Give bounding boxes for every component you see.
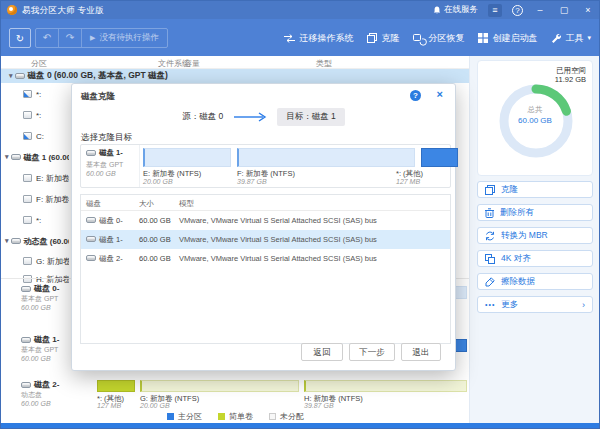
back-button[interactable]: 返回 (301, 343, 343, 361)
menu-button[interactable]: ≡ (488, 4, 502, 17)
online-service-button[interactable]: 在线服务 (433, 4, 478, 16)
wipe-data-button[interactable]: 擦除数据 (477, 273, 593, 290)
chevron-down-icon: ▾ (5, 237, 9, 245)
disk2-bar-other[interactable] (97, 380, 135, 392)
disk0-card[interactable]: 磁盘 0- 基本盘 GPT 60.00 GB (21, 283, 71, 319)
disk0-type: 基本盘 GPT (21, 294, 71, 304)
partition-recovery-label: 分区恢复 (428, 32, 464, 45)
table-row-disk2[interactable]: 磁盘 2- 60.00 GB VMware, VMware Virtual S … (81, 249, 450, 268)
dialog-close-button[interactable]: × (437, 88, 443, 100)
target-disk-type: 基本盘 GPT (86, 160, 123, 170)
list-header-row: 分区 文件系统 容量 类型 (1, 56, 470, 69)
disk2-part1-size: 20.00 GB (140, 402, 170, 409)
clone-button-toolbar[interactable]: 克隆 (367, 32, 399, 45)
refresh-button[interactable]: ↻ (9, 28, 31, 48)
convert-to-mbr-button[interactable]: 转换为 MBR (477, 227, 593, 244)
migrate-arrows-icon (284, 34, 295, 43)
next-button[interactable]: 下一步 (349, 343, 395, 361)
disk1-name: 磁盘 1- (34, 334, 59, 345)
row0-name: 磁盘 0- (99, 216, 123, 226)
partition-icon (23, 257, 32, 265)
tree-item-partition[interactable]: *: (1, 86, 69, 102)
simple-volume-swatch (218, 413, 225, 420)
disk-icon (15, 73, 25, 79)
disk-usage-card: 已用空间 11.92 GB 总共 60.00 GB (477, 60, 593, 176)
col-partition: 分区 (31, 58, 47, 69)
tools-button[interactable]: 工具 ▾ (551, 32, 591, 45)
tree-item-dynamic-disk[interactable]: ▾动态盘 (60.00 (1, 233, 69, 249)
table-row-disk1-selected[interactable]: 磁盘 1- 60.00 GB VMware, VMware Virtual S … (81, 230, 450, 249)
refresh-icon: ↻ (16, 33, 24, 44)
disk2-bar-g[interactable] (140, 380, 299, 392)
boot-disk-icon (478, 33, 488, 43)
col-type: 类型 (316, 58, 332, 69)
minimize-button[interactable]: – (533, 5, 547, 15)
target-partition-e-bar[interactable] (143, 148, 231, 167)
tree-item-partition[interactable]: *: (1, 212, 69, 228)
delete-all-button[interactable]: 删除所有 (477, 204, 593, 221)
tree-item-partition[interactable]: C: (1, 128, 69, 144)
tree-label: C: (36, 132, 44, 141)
undo-button[interactable]: ↶ (36, 29, 59, 47)
partition-icon (23, 275, 32, 283)
legend: 主分区 简单卷 未分配 (1, 411, 470, 422)
app-logo-icon (7, 5, 17, 15)
row1-name: 磁盘 1- (99, 235, 123, 245)
disk2-bar-h[interactable] (304, 380, 467, 392)
clone-icon (485, 185, 495, 195)
panel-divider (139, 145, 140, 187)
help-button[interactable]: ? (512, 5, 523, 16)
chevron-down-icon: ▾ (587, 34, 591, 42)
bell-icon (433, 6, 441, 15)
convert-to-mbr-label: 转换为 MBR (501, 230, 548, 242)
disk-icon (21, 286, 31, 292)
more-dots-icon: ••• (485, 301, 495, 308)
tree-label: 磁盘 1 (60.00 (24, 152, 69, 163)
maximize-button[interactable]: ▢ (557, 5, 571, 15)
table-row-disk0[interactable]: 磁盘 0- 60.00 GB VMware, VMware Virtual S … (81, 211, 450, 230)
app-title: 易我分区大师 专业版 (22, 5, 104, 17)
dialog-help-button[interactable]: ? (410, 90, 421, 101)
tree-label: E: 新加卷 (36, 173, 69, 184)
th-disk: 磁盘 (86, 199, 101, 209)
exit-button[interactable]: 退出 (401, 343, 441, 361)
tree-item-disk0-selected[interactable]: ▾ 磁盘 0 (60.00 GB, 基本盘, GPT 磁盘) (1, 69, 470, 83)
disk-icon (86, 150, 96, 156)
row0-model: VMware, VMware Virtual S Serial Attached… (179, 216, 377, 225)
more-button[interactable]: ••• 更多 › (477, 296, 593, 313)
close-button[interactable]: × (581, 5, 595, 15)
target-disk-panel: 磁盘 1- 基本盘 GPT 60.00 GB E: 新加卷 (NTFS) 20.… (80, 144, 451, 188)
4k-align-button[interactable]: 4K 对齐 (477, 250, 593, 267)
row1-size: 60.00 GB (139, 235, 171, 244)
row2-model: VMware, VMware Virtual S Serial Attached… (179, 254, 377, 263)
chevron-right-icon: › (582, 300, 585, 310)
disk-table: 磁盘 大小 模型 磁盘 0- 60.00 GB VMware, VMware V… (80, 194, 451, 344)
convert-icon (485, 231, 495, 241)
right-sidebar: 已用空间 11.92 GB 总共 60.00 GB 克隆 删除所有 转换为 MB… (469, 56, 599, 425)
tree-item-partition[interactable]: *: (1, 107, 69, 123)
migrate-os-button[interactable]: 迁移操作系统 (284, 32, 353, 45)
disk1-card[interactable]: 磁盘 1- 基本盘 GPT 60.00 GB (21, 334, 71, 370)
disk-clone-dialog: 磁盘克隆 ? × 源：磁盘 0 目标：磁盘 1 选择克隆目标 磁盘 1- 基本盘… (71, 83, 456, 371)
partition-recovery-button[interactable]: 分区恢复 (413, 32, 464, 45)
row2-name: 磁盘 2- (99, 254, 123, 264)
tree-item-partition[interactable]: E: 新加卷 (1, 170, 69, 186)
disk2-size: 60.00 GB (21, 400, 71, 407)
tree-item-partition[interactable]: G: 新加卷 (1, 253, 69, 269)
partition-icon (23, 90, 32, 98)
tree-item-partition[interactable]: F: 新加卷 (1, 191, 69, 207)
tools-label: 工具 (565, 32, 583, 45)
redo-button[interactable]: ↷ (59, 29, 82, 47)
create-boot-disk-button[interactable]: 创建启动盘 (478, 32, 537, 45)
target-partition-other-bar[interactable] (421, 148, 458, 167)
tree-item-disk1[interactable]: ▾磁盘 1 (60.00 (1, 149, 69, 165)
disk-icon (21, 337, 31, 343)
th-size: 大小 (139, 199, 154, 209)
target-disk-chip: 目标：磁盘 1 (277, 108, 345, 126)
disk2-card[interactable]: 磁盘 2- 动态盘 60.00 GB (21, 379, 71, 415)
target-partition-f-bar[interactable] (237, 148, 415, 167)
apply-button[interactable]: ▶ 没有待执行操作 (82, 29, 167, 47)
online-service-label: 在线服务 (444, 4, 478, 16)
clone-button[interactable]: 克隆 (477, 181, 593, 198)
toolbar: ↻ ↶ ↷ ▶ 没有待执行操作 迁移操作系统 克隆 分区恢复 (1, 19, 599, 56)
